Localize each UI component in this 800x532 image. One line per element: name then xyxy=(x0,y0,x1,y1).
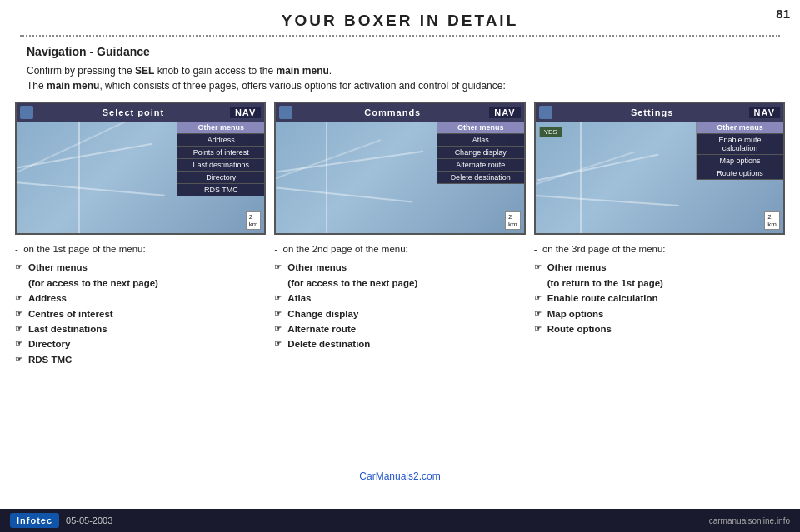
nav-km-1: 2km xyxy=(246,211,262,230)
list-item-other-menus-1: Other menus (for access to the next page… xyxy=(15,260,266,291)
list-item-enable-route-3: Enable route calculation xyxy=(534,291,785,306)
menu-item-map-options-3: Map options xyxy=(697,155,783,167)
main-menu-keyword-1: main menu xyxy=(277,65,329,77)
nav-screen-title-3: Settings xyxy=(556,107,749,117)
col-desc-1: - on the 1st page of the menu: Other men… xyxy=(15,241,266,367)
list-sub-other-menus-2: (for access to the next page) xyxy=(288,276,525,291)
intro-text: Confirm by pressing the SEL knob to gain… xyxy=(27,63,773,93)
nav-screen-title-2: Commands xyxy=(296,107,489,117)
list-item-map-options-3: Map options xyxy=(534,306,785,321)
menu-item-last-dest-1: Last destinations xyxy=(178,159,264,172)
nav-icon-2 xyxy=(279,106,292,119)
column-1: Select point NAV Other menus Address Poi… xyxy=(15,102,266,367)
list-item-other-menus-2: Other menus (for access to the next page… xyxy=(274,260,525,291)
column-2: Commands NAV Other menus Atlas Change di… xyxy=(274,102,525,367)
col-dash-3: - on the 3rd page of the menu: xyxy=(534,241,785,256)
menu-item-delete-dest-2: Delete destination xyxy=(438,172,524,184)
sel-keyword: SEL xyxy=(135,65,154,77)
page-title: YOUR BOXER IN DETAIL xyxy=(0,0,800,35)
nav-label-3: NAV xyxy=(749,107,780,118)
list-item-change-display-2: Change display xyxy=(274,306,525,321)
nav-screen-2: Commands NAV Other menus Atlas Change di… xyxy=(274,102,525,235)
content-columns: Select point NAV Other menus Address Poi… xyxy=(15,102,785,367)
list-item-directory-1: Directory xyxy=(15,336,266,351)
nav-screen-3: Settings NAV YES Other menus Enable rout… xyxy=(534,102,785,235)
menu-item-directory-1: Directory xyxy=(178,172,264,184)
menu-item-rdstmc-1: RDS TMC xyxy=(178,184,264,196)
nav-topbar-1: Select point NAV xyxy=(17,103,264,122)
main-menu-keyword-2: main menu xyxy=(47,80,99,92)
nav-label-2: NAV xyxy=(489,107,520,118)
nav-menu-overlay-1: Other menus Address Points of interest L… xyxy=(177,122,264,196)
col-desc-2: - on the 2nd page of the menu: Other men… xyxy=(274,241,525,352)
footer-date: 05-05-2003 xyxy=(66,515,112,525)
nav-menu-overlay-2: Other menus Atlas Change display Alterna… xyxy=(437,122,524,184)
page-number: 81 xyxy=(776,7,790,21)
list-item-route-options-3: Route options xyxy=(534,321,785,336)
nav-icon-1 xyxy=(20,106,33,119)
menu-item-points-1: Points of interest xyxy=(178,147,264,159)
list-item-alt-route-2: Alternate route xyxy=(274,321,525,336)
nav-km-2: 2km xyxy=(505,211,521,230)
menu-item-route-options-3: Route options xyxy=(697,167,783,180)
list-item-other-menus-3: Other menus (to return to the 1st page) xyxy=(534,260,785,291)
nav-label-1: NAV xyxy=(230,107,261,118)
list-item-delete-dest-2: Delete destination xyxy=(274,336,525,351)
section-heading: Navigation - Guidance xyxy=(27,45,773,58)
list-item-address-1: Address xyxy=(15,291,266,306)
nav-screen-title-1: Select point xyxy=(37,107,230,117)
list-sub-other-menus-1: (for access to the next page) xyxy=(28,276,266,291)
list-item-rdstmc-1: RDS TMC xyxy=(15,352,266,367)
infotec-logo: Infotec xyxy=(10,513,59,528)
list-sub-other-menus-3: (to return to the 1st page) xyxy=(548,276,785,291)
nav-menu-overlay-3: Other menus Enable route calculation Map… xyxy=(696,122,783,180)
menu-item-enable-route-3: Enable route calculation xyxy=(697,134,783,155)
list-item-centres-1: Centres of interest xyxy=(15,306,266,321)
nav-km-3: 2km xyxy=(764,211,780,230)
yes-button: YES xyxy=(539,127,562,137)
list-item-atlas-2: Atlas xyxy=(274,291,525,306)
col-list-1: Other menus (for access to the next page… xyxy=(15,260,266,367)
col-list-2: Other menus (for access to the next page… xyxy=(274,260,525,351)
column-3: Settings NAV YES Other menus Enable rout… xyxy=(534,102,785,367)
nav-icon-3 xyxy=(539,106,552,119)
separator xyxy=(20,35,780,37)
footer-watermark: carmanualsonline.info xyxy=(709,516,790,525)
col-list-3: Other menus (to return to the 1st page) … xyxy=(534,260,785,336)
nav-topbar-2: Commands NAV xyxy=(276,103,523,122)
menu-item-address-1: Address xyxy=(178,134,264,147)
nav-screen-1: Select point NAV Other menus Address Poi… xyxy=(15,102,266,235)
menu-item-other-menus-1: Other menus xyxy=(178,122,264,134)
bottom-bar: Infotec 05-05-2003 carmanualsonline.info xyxy=(0,509,800,532)
col-desc-3: - on the 3rd page of the menu: Other men… xyxy=(534,241,785,336)
list-item-last-dest-1: Last destinations xyxy=(15,321,266,336)
nav-topbar-3: Settings NAV xyxy=(536,103,783,122)
menu-item-alt-route-2: Alternate route xyxy=(438,159,524,172)
col-dash-2: - on the 2nd page of the menu: xyxy=(274,241,525,256)
col-dash-1: - on the 1st page of the menu: xyxy=(15,241,266,256)
menu-item-other-menus-3: Other menus xyxy=(697,122,783,134)
menu-item-atlas-2: Atlas xyxy=(438,134,524,147)
menu-item-other-menus-2: Other menus xyxy=(438,122,524,134)
carmanuals-watermark: CarManuals2.com xyxy=(359,470,440,482)
menu-item-change-display-2: Change display xyxy=(438,147,524,159)
